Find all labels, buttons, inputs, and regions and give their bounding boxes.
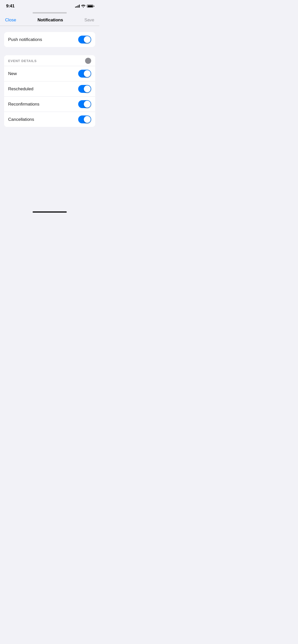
wifi-icon xyxy=(81,5,85,8)
home-bar xyxy=(33,211,67,213)
push-notifications-label: Push notifications xyxy=(8,37,42,42)
reconfirmations-row: Reconfirmations xyxy=(4,97,95,112)
toggle-knob xyxy=(84,116,91,123)
drag-handle xyxy=(33,12,67,13)
cancellations-toggle[interactable] xyxy=(78,115,91,123)
new-row: New xyxy=(4,66,95,81)
home-indicator xyxy=(0,207,99,215)
content: Push notifications EVENT DETAILS New Res… xyxy=(0,26,99,135)
toggle-knob xyxy=(84,101,91,108)
event-details-circle xyxy=(85,58,91,64)
nav-bar: Close Notifications Save xyxy=(0,16,99,26)
event-details-header-label: EVENT DETAILS xyxy=(8,59,37,63)
reconfirmations-label: Reconfirmations xyxy=(8,102,39,107)
push-notifications-section: Push notifications xyxy=(4,32,95,47)
battery-icon xyxy=(87,5,94,8)
cancellations-row: Cancellations xyxy=(4,112,95,127)
signal-icon xyxy=(75,5,80,8)
save-button[interactable]: Save xyxy=(84,18,94,23)
close-button[interactable]: Close xyxy=(5,18,16,23)
page-title: Notifications xyxy=(37,18,63,23)
new-toggle[interactable] xyxy=(78,70,91,78)
event-details-header: EVENT DETAILS xyxy=(4,55,95,66)
cancellations-label: Cancellations xyxy=(8,117,34,122)
toggle-knob xyxy=(84,85,91,92)
rescheduled-toggle[interactable] xyxy=(78,85,91,93)
toggle-knob xyxy=(84,70,91,77)
rescheduled-label: Rescheduled xyxy=(8,86,33,92)
new-label: New xyxy=(8,71,17,76)
status-bar: 9:41 xyxy=(0,0,99,11)
push-notifications-toggle[interactable] xyxy=(78,36,91,43)
toggle-knob xyxy=(84,36,91,43)
status-icons xyxy=(75,5,94,8)
status-time: 9:41 xyxy=(6,4,15,9)
reconfirmations-toggle[interactable] xyxy=(78,100,91,108)
event-details-section: EVENT DETAILS New Rescheduled Reconfirma… xyxy=(4,55,95,127)
push-notifications-row: Push notifications xyxy=(4,32,95,47)
rescheduled-row: Rescheduled xyxy=(4,81,95,97)
